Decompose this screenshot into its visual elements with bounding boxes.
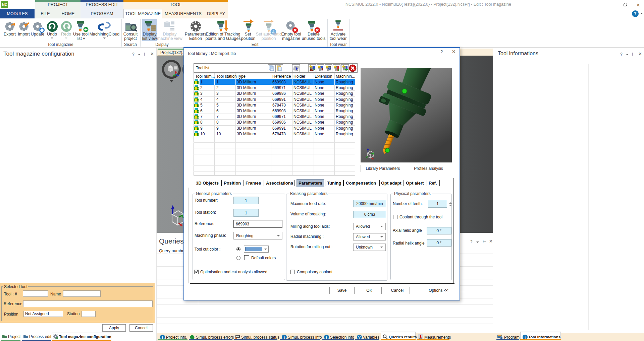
svg-text:V: V (358, 336, 361, 339)
svg-text:i: i (284, 336, 285, 339)
svg-text:i: i (162, 336, 163, 339)
svg-text:i: i (326, 336, 327, 339)
svg-text:i: i (525, 336, 526, 339)
